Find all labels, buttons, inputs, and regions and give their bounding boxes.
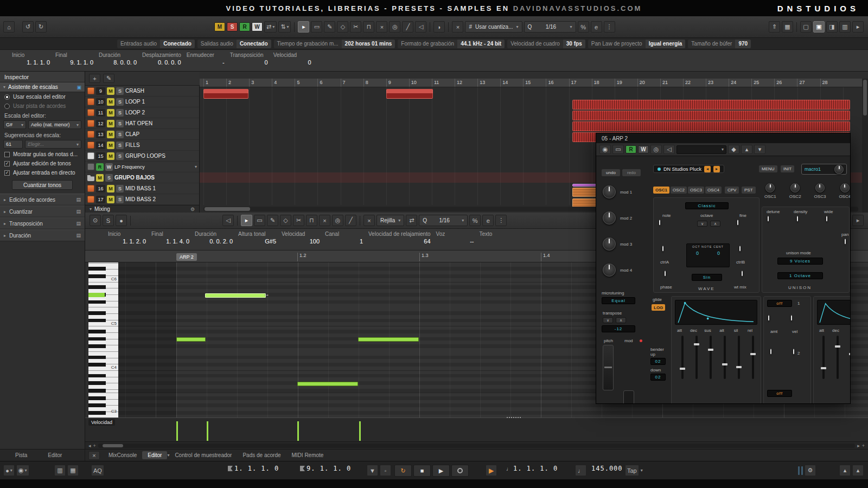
solo-button[interactable]: S bbox=[116, 87, 124, 95]
macro-knob[interactable] bbox=[834, 165, 844, 174]
mute-all-button[interactable]: M bbox=[214, 22, 225, 31]
octave-up-button[interactable]: ∧ bbox=[710, 221, 720, 227]
track-row[interactable]: 15 M S GRUPO LOOPS bbox=[85, 151, 199, 162]
info-field[interactable]: Canal 1 bbox=[325, 229, 368, 250]
toggle-right-zone-button[interactable]: ◨ bbox=[826, 21, 838, 33]
preset-select[interactable]: ▾ bbox=[676, 145, 726, 154]
cycle-button[interactable]: ↻ bbox=[394, 465, 412, 477]
close-icon[interactable]: × bbox=[88, 451, 100, 460]
status-item[interactable]: Velocidad de cuadro 30 fps bbox=[507, 40, 585, 48]
auto-quantize-button[interactable]: AQ bbox=[91, 465, 104, 476]
sus-slider[interactable] bbox=[710, 336, 712, 379]
plugin-power-icon[interactable]: ◉ bbox=[599, 145, 611, 154]
alt-slider[interactable] bbox=[724, 336, 726, 379]
zoom-in-icon[interactable]: + bbox=[862, 443, 865, 448]
vertical-scrollbar[interactable] bbox=[862, 79, 868, 213]
env-target1-select[interactable]: off bbox=[767, 300, 792, 307]
unison-voices-select[interactable]: 9 Voices bbox=[777, 258, 823, 265]
inspector-section[interactable]: ▸ Edición de acordes ▤ bbox=[0, 194, 85, 206]
metronome-icon[interactable]: ♩ bbox=[575, 465, 586, 476]
use-chord-track-radio[interactable]: Usar pista de acordes bbox=[0, 101, 85, 111]
chevron-down-icon[interactable]: ▾ bbox=[195, 164, 197, 169]
wide-knob[interactable] bbox=[826, 215, 827, 222]
unison-octave-select[interactable]: 1 Octave bbox=[777, 272, 823, 279]
solo-button[interactable]: S bbox=[116, 185, 124, 192]
bend-up-display[interactable]: 02 bbox=[650, 358, 666, 365]
track-row[interactable]: 11 M S LOOP 2 bbox=[85, 107, 199, 118]
scroll-right-icon[interactable]: ▸ bbox=[857, 443, 860, 448]
mute-tool[interactable]: × bbox=[319, 215, 330, 226]
tab-pista[interactable]: Pista bbox=[10, 451, 33, 459]
compare-icon[interactable]: ◎ bbox=[650, 145, 662, 154]
info-field[interactable]: Altura tonal G#5 bbox=[238, 229, 282, 250]
toolbar-options-icon[interactable]: ⋮ bbox=[604, 21, 615, 33]
write-automation-button[interactable]: W bbox=[638, 145, 649, 153]
track-row[interactable]: 10 M S LOOP 1 bbox=[85, 97, 199, 107]
split-tool[interactable]: ✂ bbox=[350, 21, 361, 33]
undo-button[interactable]: undo bbox=[602, 169, 620, 176]
mute-button[interactable]: M bbox=[107, 196, 114, 203]
solo-button[interactable]: S bbox=[116, 109, 124, 117]
transpose-value-display[interactable]: -12 bbox=[602, 325, 635, 332]
redo-button[interactable]: redo bbox=[622, 169, 641, 176]
status-item[interactable]: Salidas audio Conectado bbox=[197, 40, 271, 48]
export-icon[interactable]: ⇑ bbox=[769, 21, 780, 33]
automation-track-row[interactable]: R W LP Frequency ▾ bbox=[85, 162, 199, 172]
record-mode-icon[interactable]: ●▾ bbox=[3, 465, 15, 476]
grid-icon[interactable]: ▦ bbox=[782, 21, 793, 33]
expand-icon[interactable]: ▴ bbox=[852, 465, 864, 476]
left-locator-icon[interactable] bbox=[228, 466, 233, 471]
osc-tab[interactable]: OSC4 bbox=[705, 187, 722, 194]
toggle-lower-zone-button[interactable]: ▣ bbox=[813, 21, 825, 33]
osc-tab[interactable]: OSC2 bbox=[671, 187, 687, 194]
scale-type-select[interactable]: Aelio (nat. menor)▾ bbox=[28, 120, 81, 129]
gear-icon[interactable]: ⚙ bbox=[805, 465, 816, 476]
glide-log-button[interactable]: LOG bbox=[652, 304, 665, 311]
read-button[interactable]: R bbox=[96, 163, 104, 171]
grid-type-select[interactable]: Rejilla▾ bbox=[376, 215, 404, 226]
mod-knob[interactable] bbox=[603, 211, 616, 224]
show-note-guides-checkbox[interactable]: Mostrar guías de notas d... bbox=[0, 150, 85, 159]
iterative-quantize-button[interactable]: % bbox=[469, 215, 481, 226]
midi-note[interactable] bbox=[176, 337, 206, 342]
fine-knob[interactable] bbox=[737, 219, 738, 226]
suggestion-count-field[interactable]: 61 bbox=[3, 140, 23, 149]
audio-clip[interactable] bbox=[386, 89, 433, 99]
preset-diamond-icon[interactable]: ◆ bbox=[728, 145, 739, 154]
patch-name-display[interactable]: DN Studios Pluck ◂ ▸ bbox=[653, 165, 724, 173]
redo-button[interactable]: ↻ bbox=[35, 21, 47, 33]
pin-icon[interactable]: ⊙ bbox=[90, 215, 101, 226]
scroll-left-icon[interactable]: ◂ bbox=[88, 443, 91, 448]
editor-horizontal-scrollbar[interactable]: ◂ + ▸ + bbox=[85, 441, 868, 449]
read-automation-button[interactable]: R bbox=[239, 22, 250, 31]
deactivate-icon[interactable]: × bbox=[452, 21, 463, 33]
range-tool[interactable]: ▭ bbox=[254, 215, 265, 226]
next-patch-icon[interactable]: ▸ bbox=[713, 166, 720, 172]
collapse-icon[interactable]: ▴ bbox=[839, 465, 851, 476]
status-item[interactable]: Tiempo de grabación m... 202 horas 01 mi… bbox=[274, 40, 395, 48]
audition-tool[interactable]: ◁ bbox=[415, 21, 426, 33]
pitch-wheel[interactable] bbox=[603, 345, 614, 390]
erase-tool[interactable]: ◇ bbox=[337, 21, 348, 33]
tab-chord-pads[interactable]: Pads de acorde bbox=[237, 451, 286, 459]
mute-button[interactable]: M bbox=[107, 142, 114, 149]
init-button[interactable]: INIT bbox=[781, 165, 794, 172]
att-slider[interactable] bbox=[822, 336, 825, 379]
midi-note[interactable] bbox=[297, 382, 358, 386]
att-slider[interactable] bbox=[681, 336, 684, 379]
quantize-panel-button[interactable]: e bbox=[482, 215, 494, 226]
amt-knob-1[interactable] bbox=[768, 314, 769, 321]
scale-assistant-header[interactable]: ▾ Asistente de escalas ▣ bbox=[0, 82, 85, 92]
tempo-display[interactable]: 145.000 bbox=[591, 465, 623, 472]
detune-knob[interactable] bbox=[768, 215, 769, 222]
track-filter-icon[interactable]: ✎ bbox=[103, 74, 114, 83]
use-editor-scale-radio[interactable]: Usar escala del editor bbox=[0, 92, 85, 101]
info-field[interactable]: Duración 8. 0. 0. 0 bbox=[99, 50, 142, 71]
inspector-section[interactable]: ▸ Transposición ▤ bbox=[0, 217, 85, 229]
info-field[interactable]: Final 1. 1. 4. 0 bbox=[151, 229, 195, 250]
zoom-tool[interactable]: ◎ bbox=[389, 21, 400, 33]
info-field[interactable]: Inicio 1. 1. 2. 0 bbox=[108, 229, 151, 250]
track-row[interactable]: 14 M S FILLS bbox=[85, 140, 199, 151]
keyboard-icon[interactable]: ▥ bbox=[54, 465, 66, 476]
info-field[interactable]: Duración 0. 0. 2. 0 bbox=[195, 229, 238, 250]
